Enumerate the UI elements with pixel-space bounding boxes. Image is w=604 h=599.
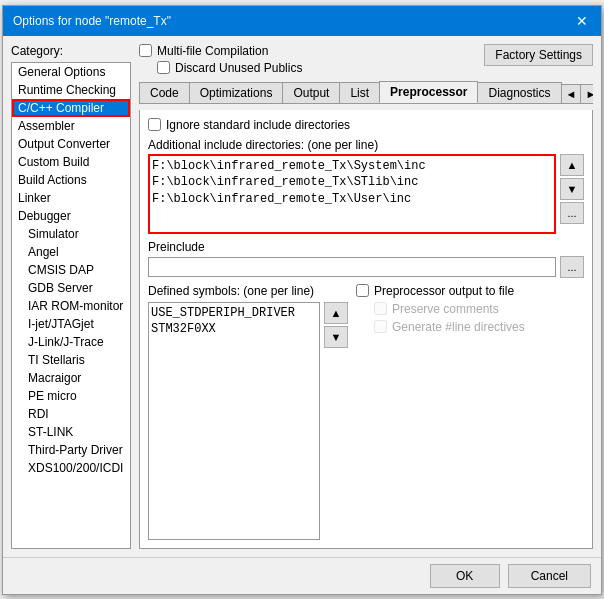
sidebar-item-macraigor[interactable]: Macraigor xyxy=(12,369,130,387)
dialog: Options for node "remote_Tx" ✕ Category:… xyxy=(2,5,602,595)
sidebar-item-rdi[interactable]: RDI xyxy=(12,405,130,423)
defined-right: Preprocessor output to file Preserve com… xyxy=(356,284,584,540)
include-dirs-ellipsis[interactable]: ... xyxy=(560,202,584,224)
include-dirs-scroll-up[interactable]: ▲ xyxy=(560,154,584,176)
generate-directives-row: Generate #line directives xyxy=(356,320,584,334)
include-dirs-box[interactable]: F:\block\infrared_remote_Tx\System\incF:… xyxy=(148,154,556,234)
main-panel: Multi-file Compilation Discard Unused Pu… xyxy=(139,44,593,549)
tab-content-preprocessor: Ignore standard include directories Addi… xyxy=(139,110,593,549)
sidebar-item-third-party-driver[interactable]: Third-Party Driver xyxy=(12,441,130,459)
sidebar-item-runtime-checking[interactable]: Runtime Checking xyxy=(12,81,130,99)
preinclude-ellipsis[interactable]: ... xyxy=(560,256,584,278)
sidebar: Category: General OptionsRuntime Checkin… xyxy=(11,44,131,549)
preinclude-label: Preinclude xyxy=(148,240,584,254)
defined-symbols-row: Defined symbols: (one per line) USE_STDP… xyxy=(148,284,584,540)
sidebar-item-general-options[interactable]: General Options xyxy=(12,63,130,81)
sidebar-item-custom-build[interactable]: Custom Build xyxy=(12,153,130,171)
preinclude-input[interactable] xyxy=(148,257,556,277)
title-bar: Options for node "remote_Tx" ✕ xyxy=(3,6,601,36)
top-checkboxes: Multi-file Compilation Discard Unused Pu… xyxy=(139,44,302,75)
sidebar-list: General OptionsRuntime CheckingC/C++ Com… xyxy=(11,62,131,549)
tab-code[interactable]: Code xyxy=(139,82,190,103)
factory-settings-button[interactable]: Factory Settings xyxy=(484,44,593,66)
sidebar-item-output-converter[interactable]: Output Converter xyxy=(12,135,130,153)
sidebar-item-jlink-jtrace[interactable]: J-Link/J-Trace xyxy=(12,333,130,351)
multifile-row: Multi-file Compilation xyxy=(139,44,302,58)
sidebar-item-debugger[interactable]: Debugger xyxy=(12,207,130,225)
multifile-checkbox[interactable] xyxy=(139,44,152,57)
sidebar-item-build-actions[interactable]: Build Actions xyxy=(12,171,130,189)
sidebar-item-angel[interactable]: Angel xyxy=(12,243,130,261)
tab-list[interactable]: List xyxy=(339,82,380,103)
pp-output-checkbox[interactable] xyxy=(356,284,369,297)
sidebar-item-cpp-compiler[interactable]: C/C++ Compiler xyxy=(12,99,130,117)
dialog-footer: OK Cancel xyxy=(3,557,601,594)
tab-preprocessor[interactable]: Preprocessor xyxy=(379,81,478,103)
pp-output-label: Preprocessor output to file xyxy=(374,284,514,298)
tab-next-arrow[interactable]: ► xyxy=(580,84,593,103)
sidebar-item-pe-micro[interactable]: PE micro xyxy=(12,387,130,405)
preserve-comments-label: Preserve comments xyxy=(392,302,499,316)
ok-button[interactable]: OK xyxy=(430,564,500,588)
top-row: Multi-file Compilation Discard Unused Pu… xyxy=(139,44,593,75)
sidebar-item-linker[interactable]: Linker xyxy=(12,189,130,207)
pp-output-row: Preprocessor output to file xyxy=(356,284,584,298)
include-dirs-scroll-down[interactable]: ▼ xyxy=(560,178,584,200)
defined-scroll-up[interactable]: ▲ xyxy=(324,302,348,324)
sidebar-item-xds100[interactable]: XDS100/200/ICDI xyxy=(12,459,130,477)
tabs-row: CodeOptimizationsOutputListPreprocessorD… xyxy=(139,81,593,104)
close-button[interactable]: ✕ xyxy=(573,12,591,30)
defined-symbols-label: Defined symbols: (one per line) xyxy=(148,284,348,298)
defined-side-btns: ▲ ▼ xyxy=(324,302,348,540)
sidebar-item-st-link[interactable]: ST-LINK xyxy=(12,423,130,441)
tab-optimizations[interactable]: Optimizations xyxy=(189,82,284,103)
sidebar-item-cmsis-dap[interactable]: CMSIS DAP xyxy=(12,261,130,279)
multifile-label: Multi-file Compilation xyxy=(157,44,268,58)
discard-label: Discard Unused Publics xyxy=(175,61,302,75)
discard-checkbox[interactable] xyxy=(157,61,170,74)
preserve-comments-checkbox xyxy=(374,302,387,315)
tab-prev-arrow[interactable]: ◄ xyxy=(561,84,582,103)
discard-row: Discard Unused Publics xyxy=(139,61,302,75)
category-label: Category: xyxy=(11,44,131,58)
sidebar-item-ti-stellaris[interactable]: TI Stellaris xyxy=(12,351,130,369)
generate-directives-label: Generate #line directives xyxy=(392,320,525,334)
ignore-checkbox[interactable] xyxy=(148,118,161,131)
sidebar-item-iar-rom-monitor[interactable]: IAR ROM-monitor xyxy=(12,297,130,315)
generate-directives-checkbox xyxy=(374,320,387,333)
preserve-comments-row: Preserve comments xyxy=(356,302,584,316)
tab-diagnostics[interactable]: Diagnostics xyxy=(477,82,561,103)
preinclude-section: Preinclude ... xyxy=(148,240,584,278)
include-dirs-wrapper: F:\block\infrared_remote_Tx\System\incF:… xyxy=(148,154,584,234)
additional-dirs-section: Additional include directories: (one per… xyxy=(148,138,584,234)
defined-symbols-box[interactable]: USE_STDPERIPH_DRIVERSTM32F0XX xyxy=(148,302,320,540)
sidebar-item-gdb-server[interactable]: GDB Server xyxy=(12,279,130,297)
sidebar-item-simulator[interactable]: Simulator xyxy=(12,225,130,243)
include-dirs-side-btns: ▲ ▼ ... xyxy=(560,154,584,224)
preinclude-row: ... xyxy=(148,256,584,278)
tab-output[interactable]: Output xyxy=(282,82,340,103)
dialog-body: Category: General OptionsRuntime Checkin… xyxy=(3,36,601,557)
additional-dirs-label: Additional include directories: (one per… xyxy=(148,138,584,152)
ignore-row: Ignore standard include directories xyxy=(148,118,584,132)
sidebar-item-assembler[interactable]: Assembler xyxy=(12,117,130,135)
defined-scroll-down[interactable]: ▼ xyxy=(324,326,348,348)
ignore-label: Ignore standard include directories xyxy=(166,118,350,132)
cancel-button[interactable]: Cancel xyxy=(508,564,591,588)
defined-left: Defined symbols: (one per line) USE_STDP… xyxy=(148,284,348,540)
sidebar-item-ijet-jtagjet[interactable]: I-jet/JTAGjet xyxy=(12,315,130,333)
dialog-title: Options for node "remote_Tx" xyxy=(13,14,171,28)
